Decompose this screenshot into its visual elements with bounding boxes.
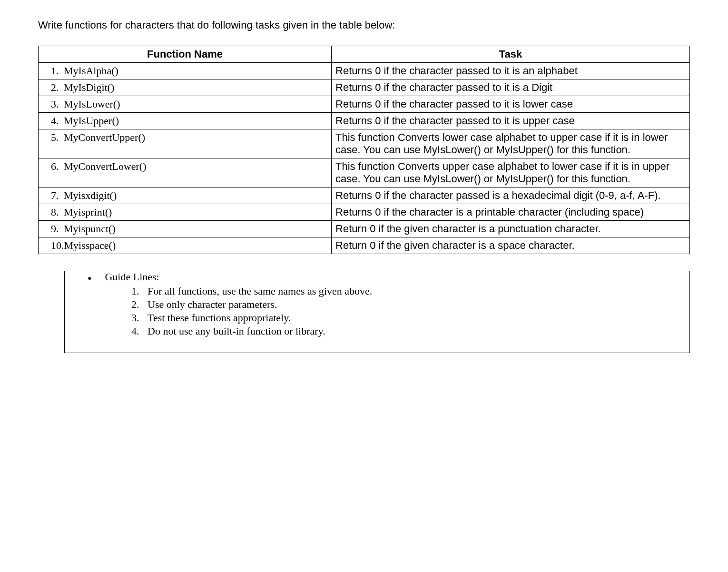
row-number: 10. (42, 239, 64, 252)
function-name: MyIsUpper() (64, 115, 119, 127)
table-row: 8.Myisprint()Returns 0 if the character … (39, 204, 690, 221)
row-number: 4. (42, 115, 64, 127)
function-name-cell: 8.Myisprint() (39, 204, 332, 221)
function-name-cell: 3.MyIsLower() (39, 96, 332, 113)
task-cell: This function Converts lower case alphab… (332, 129, 690, 158)
bullet-icon: ● (88, 275, 91, 282)
function-name-cell: 2.MyIsDigit() (39, 79, 332, 96)
row-number: 8. (42, 206, 64, 218)
task-cell: Returns 0 if the character passed to it … (332, 96, 690, 113)
table-row: 2.MyIsDigit()Returns 0 if the character … (39, 79, 690, 96)
row-number: 1. (42, 65, 64, 77)
function-name: MyIsDigit() (64, 81, 114, 94)
function-name-cell: 4.MyIsUpper() (39, 113, 332, 129)
guideline-text: Test these functions appropriately. (148, 312, 291, 324)
row-number: 2. (42, 81, 64, 94)
guideline-number: 3. (131, 312, 148, 324)
row-number: 9. (42, 223, 64, 235)
intro-text: Write functions for characters that do f… (38, 19, 690, 31)
task-cell: Returns 0 if the character passed to it … (332, 113, 690, 129)
guideline-item: 3.Test these functions appropriately. (131, 312, 680, 324)
function-name: Myisprint() (64, 206, 112, 218)
guidelines-section: ● Guide Lines: 1.For all functions, use … (64, 271, 690, 353)
guidelines-title: Guide Lines: (105, 271, 159, 283)
guideline-text: Do not use any built-in function or libr… (148, 325, 325, 337)
row-number: 5. (42, 131, 64, 144)
function-name: MyIsLower() (64, 98, 120, 110)
function-name-cell: 5.MyConvertUpper() (39, 129, 332, 158)
guideline-item: 4.Do not use any built-in function or li… (131, 325, 680, 337)
row-number: 3. (42, 98, 64, 110)
table-header-row: Function Name Task (39, 46, 690, 63)
functions-table: Function Name Task 1.MyIsAlpha()Returns … (38, 46, 690, 254)
function-name-cell: 7.Myisxdigit() (39, 187, 332, 204)
header-function-name: Function Name (39, 46, 332, 63)
header-task: Task (332, 46, 690, 63)
table-row: 3.MyIsLower()Returns 0 if the character … (39, 96, 690, 113)
table-row: 9.Myispunct()Return 0 if the given chara… (39, 221, 690, 237)
function-name: Myisxdigit() (64, 189, 117, 202)
guideline-number: 4. (131, 325, 148, 337)
guideline-number: 2. (131, 298, 148, 311)
function-name: MyIsAlpha() (64, 65, 118, 77)
task-cell: Return 0 if the given character is a spa… (332, 237, 690, 254)
guideline-item: 1.For all functions, use the same names … (131, 285, 680, 297)
table-row: 6.MyConvertLower()This function Converts… (39, 158, 690, 187)
function-name: Myisspace() (64, 239, 116, 252)
function-name-cell: 1.MyIsAlpha() (39, 63, 332, 79)
function-name: MyConvertLower() (64, 160, 147, 173)
task-cell: Returns 0 if the character passed is a h… (332, 187, 690, 204)
guideline-text: Use only character parameters. (148, 298, 277, 311)
guidelines-list: 1.For all functions, use the same names … (131, 285, 680, 337)
table-row: 4.MyIsUpper()Returns 0 if the character … (39, 113, 690, 129)
row-number: 7. (42, 189, 64, 202)
task-cell: This function Converts upper case alphab… (332, 158, 690, 187)
function-name-cell: 9.Myispunct() (39, 221, 332, 237)
table-row: 5.MyConvertUpper()This function Converts… (39, 129, 690, 158)
guideline-number: 1. (131, 285, 148, 297)
guideline-item: 2.Use only character parameters. (131, 298, 680, 311)
guidelines-bullet: ● Guide Lines: (79, 271, 680, 283)
task-cell: Returns 0 if the character passed to it … (332, 63, 690, 79)
table-row: 1.MyIsAlpha()Returns 0 if the character … (39, 63, 690, 79)
task-cell: Returns 0 if the character is a printabl… (332, 204, 690, 221)
function-name-cell: 6.MyConvertLower() (39, 158, 332, 187)
task-cell: Return 0 if the given character is a pun… (332, 221, 690, 237)
function-name: MyConvertUpper() (64, 131, 145, 144)
row-number: 6. (42, 160, 64, 173)
function-name: Myispunct() (64, 223, 116, 235)
function-name-cell: 10.Myisspace() (39, 237, 332, 254)
task-cell: Returns 0 if the character passed to it … (332, 79, 690, 96)
table-row: 7.Myisxdigit()Returns 0 if the character… (39, 187, 690, 204)
table-row: 10.Myisspace()Return 0 if the given char… (39, 237, 690, 254)
guideline-text: For all functions, use the same names as… (148, 285, 372, 297)
